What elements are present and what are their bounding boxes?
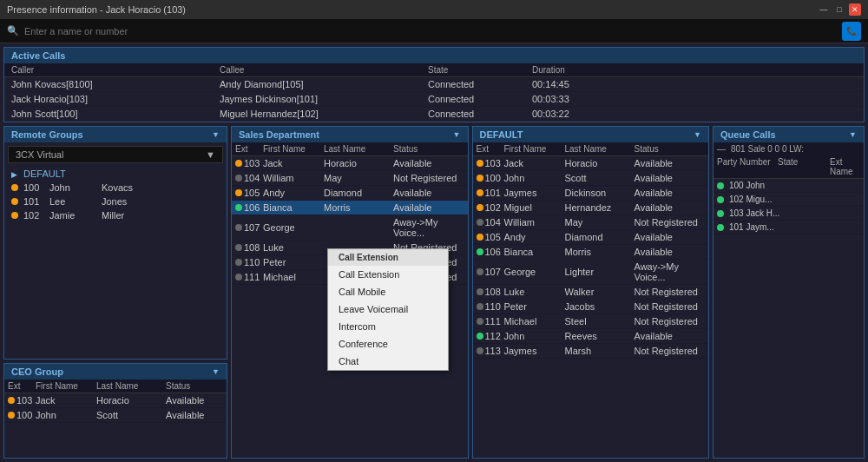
table-row[interactable]: Jack Horacio[103] Jaymes Dickinson[101] … (4, 92, 864, 107)
context-menu-item-chat[interactable]: Chat (328, 353, 448, 370)
chevron-down-icon: ▼ (212, 130, 220, 139)
chevron-down-icon: ▼ (212, 367, 220, 376)
search-icon: 🔍 (7, 25, 19, 36)
list-item[interactable]: 102 Migu... (713, 193, 864, 207)
table-row[interactable]: John Scott[100] Miguel Hernandez[102] Co… (4, 107, 864, 122)
call-button[interactable]: 📞 (842, 22, 861, 41)
context-menu-item-intercom[interactable]: Intercom (328, 318, 448, 335)
left-column: Remote Groups ▼ 3CX Virtual ▼ ▶ DEFAULT … (3, 126, 227, 459)
search-bar: 🔍 📞 (0, 19, 868, 43)
ceo-group-panel: CEO Group ▼ Ext First Name Last Name Sta… (3, 363, 227, 459)
status-dot (235, 224, 242, 231)
minimize-button[interactable]: — (818, 3, 830, 16)
group-label: ▶ DEFAULT (4, 167, 227, 181)
table-row[interactable]: 103 Jack Horacio Available (232, 156, 468, 171)
table-row[interactable]: 111 Michael Steel Not Registered (473, 314, 709, 329)
queue-table-header: Party Number State Ext Name (713, 155, 864, 179)
table-row[interactable]: 107 George Lighter Away->My Voice... (473, 260, 709, 285)
sales-dept-header: Sales Department ▼ (232, 127, 468, 142)
status-dot (717, 224, 724, 231)
status-dot (477, 318, 483, 325)
status-dot (477, 268, 483, 275)
default-table-header: Ext First Name Last Name Status (473, 142, 709, 156)
status-dot (477, 347, 483, 354)
dropdown-arrow-icon: ▼ (206, 149, 215, 160)
table-row[interactable]: 112 John Reeves Available (473, 329, 709, 344)
status-dot (11, 198, 18, 205)
bottom-panels: Remote Groups ▼ 3CX Virtual ▼ ▶ DEFAULT … (3, 126, 865, 459)
status-dot (235, 259, 242, 266)
chevron-down-icon: ▼ (849, 130, 857, 139)
status-dot (477, 303, 483, 310)
table-row[interactable]: 100 John Scott Available (473, 171, 709, 186)
list-item[interactable]: 100 John (713, 179, 864, 193)
list-item[interactable]: 103 Jack H... (713, 207, 864, 221)
sales-dept-panel: Sales Department ▼ Ext First Name Last N… (231, 126, 469, 459)
status-dot (8, 412, 15, 419)
list-item[interactable]: 100 John Kovacs (4, 181, 227, 195)
queue-calls-header: Queue Calls ▼ (713, 127, 864, 142)
context-menu-item-conference[interactable]: Conference (328, 335, 448, 353)
active-calls-header: Active Calls (4, 48, 864, 63)
maximize-button[interactable]: □ (833, 3, 845, 16)
status-dot (477, 204, 483, 211)
queue-table-body: 100 John 102 Migu... 103 Jack H... 101 J… (713, 179, 864, 458)
status-dot (477, 175, 483, 182)
window-controls: — □ ✕ (818, 3, 861, 16)
table-row[interactable]: 106 Bianca Morris Available (473, 245, 709, 260)
search-input[interactable] (24, 26, 837, 36)
status-dot (8, 397, 15, 404)
table-row[interactable]: 102 Miguel Hernandez Available (473, 201, 709, 215)
status-dot (717, 182, 724, 189)
group-dropdown[interactable]: 3CX Virtual ▼ (8, 146, 223, 163)
title-bar: Presence information - Jack Horacio (103… (0, 0, 868, 19)
remote-contacts-list: 100 John Kovacs 101 Lee Jones 102 Jamie (4, 181, 227, 222)
context-menu-item-call-mobile[interactable]: Call Mobile (328, 283, 448, 300)
list-item[interactable]: 102 Jamie Miller (4, 208, 227, 222)
status-dot (11, 212, 18, 219)
context-menu-item-leave-voicemail[interactable]: Leave Voicemail (328, 300, 448, 318)
status-dot (477, 333, 483, 340)
close-button[interactable]: ✕ (849, 3, 861, 16)
table-row[interactable]: 101 Jaymes Dickinson Available (473, 186, 709, 201)
ceo-table-header: Ext First Name Last Name Status (4, 380, 227, 393)
table-row[interactable]: 105 Andy Diamond Available (232, 186, 468, 201)
default-group-panel: DEFAULT ▼ Ext First Name Last Name Statu… (472, 126, 710, 459)
chevron-down-icon: ▼ (453, 130, 461, 139)
status-dot (477, 288, 483, 295)
status-dot (235, 175, 242, 182)
window-title: Presence information - Jack Horacio (103… (7, 4, 186, 15)
status-dot (477, 160, 483, 167)
table-row[interactable]: 105 Andy Diamond Available (473, 230, 709, 245)
table-row[interactable]: 108 Luke Walker Not Registered (473, 285, 709, 300)
ceo-group-header: CEO Group ▼ (4, 364, 227, 380)
table-row[interactable]: 100 John Scott Available (4, 408, 227, 423)
queue-status-bar: — 801 Sale 0 0 0 LW: (713, 142, 864, 155)
table-row[interactable]: 107 George Away->My Voice... (232, 215, 468, 241)
table-row[interactable]: 104 William May Not Registered (232, 171, 468, 186)
chevron-down-icon: ▼ (694, 130, 701, 139)
table-row[interactable]: 113 Jaymes Marsh Not Registered (473, 344, 709, 359)
remote-groups-panel: Remote Groups ▼ 3CX Virtual ▼ ▶ DEFAULT … (3, 126, 227, 360)
status-dot (477, 234, 483, 241)
context-menu-item-call-extension[interactable]: Call Extension (328, 266, 448, 283)
table-row[interactable]: 103 Jack Horacio Available (4, 393, 227, 408)
minus-icon: — (717, 144, 726, 154)
table-row[interactable]: John Kovacs[8100] Andy Diamond[105] Conn… (4, 77, 864, 92)
context-menu: Call Extension Call Extension Call Mobil… (327, 248, 449, 371)
table-row[interactable]: 110 Peter Jacobs Not Registered (473, 300, 709, 314)
status-dot (235, 189, 242, 196)
status-dot (717, 210, 724, 217)
table-row[interactable]: 103 Jack Horacio Available (473, 156, 709, 171)
table-row[interactable]: 106 Bianca Morris Available (232, 201, 468, 215)
list-item[interactable]: 101 Jaym... (713, 221, 864, 234)
status-dot (235, 204, 242, 211)
sales-table-header: Ext First Name Last Name Status (232, 142, 468, 156)
status-dot (477, 248, 483, 255)
status-dot (235, 244, 242, 251)
status-dot (477, 219, 483, 226)
list-item[interactable]: 101 Lee Jones (4, 195, 227, 208)
status-dot (235, 274, 242, 280)
table-row[interactable]: 104 William May Not Registered (473, 215, 709, 230)
status-dot (235, 160, 242, 167)
